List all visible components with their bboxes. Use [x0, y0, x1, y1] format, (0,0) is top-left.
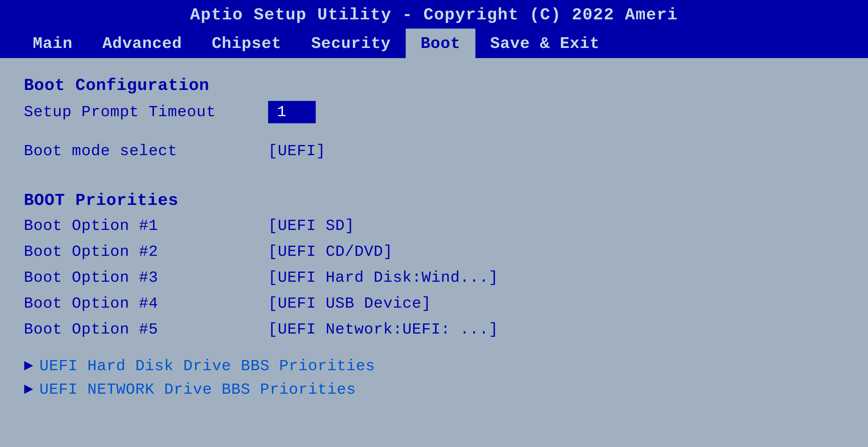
boot-option-5-value[interactable]: [UEFI Network:UEFI: ...] — [268, 321, 498, 338]
boot-configuration-header: Boot Configuration — [24, 76, 844, 95]
uefi-hdd-bbs-row[interactable]: ► UEFI Hard Disk Drive BBS Priorities — [24, 357, 844, 375]
uefi-network-bbs-row[interactable]: ► UEFI NETWORK Drive BBS Priorities — [24, 381, 844, 398]
boot-option-1-label: Boot Option #1 — [24, 217, 268, 235]
boot-option-3-value[interactable]: [UEFI Hard Disk:Wind...] — [268, 269, 498, 286]
nav-tabs: Main Advanced Chipset Security Boot Save… — [0, 29, 868, 58]
boot-priorities-header: BOOT Priorities — [24, 191, 844, 210]
tab-main[interactable]: Main — [18, 29, 88, 58]
arrow-icon-network: ► — [24, 381, 33, 398]
boot-option-3-label: Boot Option #3 — [24, 269, 268, 286]
setup-prompt-timeout-label: Setup Prompt Timeout — [24, 103, 268, 121]
setup-prompt-timeout-value[interactable]: 1 — [268, 101, 316, 123]
tab-chipset[interactable]: Chipset — [197, 29, 297, 58]
boot-option-3-row: Boot Option #3 [UEFI Hard Disk:Wind...] — [24, 269, 844, 286]
uefi-hdd-bbs-label: UEFI Hard Disk Drive BBS Priorities — [39, 357, 375, 375]
boot-option-2-value[interactable]: [UEFI CD/DVD] — [268, 243, 393, 261]
tab-boot[interactable]: Boot — [406, 29, 475, 58]
boot-option-4-value[interactable]: [UEFI USB Device] — [268, 295, 431, 312]
arrow-icon-hdd: ► — [24, 357, 33, 375]
title-bar: Aptio Setup Utility - Copyright (C) 2022… — [0, 0, 868, 29]
uefi-network-bbs-label: UEFI NETWORK Drive BBS Priorities — [39, 381, 356, 398]
boot-option-5-row: Boot Option #5 [UEFI Network:UEFI: ...] — [24, 321, 844, 338]
tab-security[interactable]: Security — [297, 29, 406, 58]
boot-option-5-label: Boot Option #5 — [24, 321, 268, 338]
boot-mode-select-value[interactable]: [UEFI] — [268, 142, 326, 160]
tab-save-exit[interactable]: Save & Exit — [475, 29, 615, 58]
bios-screen: Aptio Setup Utility - Copyright (C) 2022… — [0, 0, 868, 447]
boot-option-4-label: Boot Option #4 — [24, 295, 268, 312]
main-content: Boot Configuration Setup Prompt Timeout … — [0, 58, 868, 422]
boot-mode-select-row: Boot mode select [UEFI] — [24, 142, 844, 160]
boot-option-2-label: Boot Option #2 — [24, 243, 268, 261]
boot-option-1-row: Boot Option #1 [UEFI SD] — [24, 217, 844, 235]
boot-option-2-row: Boot Option #2 [UEFI CD/DVD] — [24, 243, 844, 261]
title-text: Aptio Setup Utility - Copyright (C) 2022… — [190, 5, 678, 24]
setup-prompt-timeout-row: Setup Prompt Timeout 1 — [24, 101, 844, 123]
boot-mode-select-label: Boot mode select — [24, 142, 268, 160]
boot-option-1-value[interactable]: [UEFI SD] — [268, 217, 354, 235]
boot-option-4-row: Boot Option #4 [UEFI USB Device] — [24, 295, 844, 312]
tab-advanced[interactable]: Advanced — [88, 29, 197, 58]
